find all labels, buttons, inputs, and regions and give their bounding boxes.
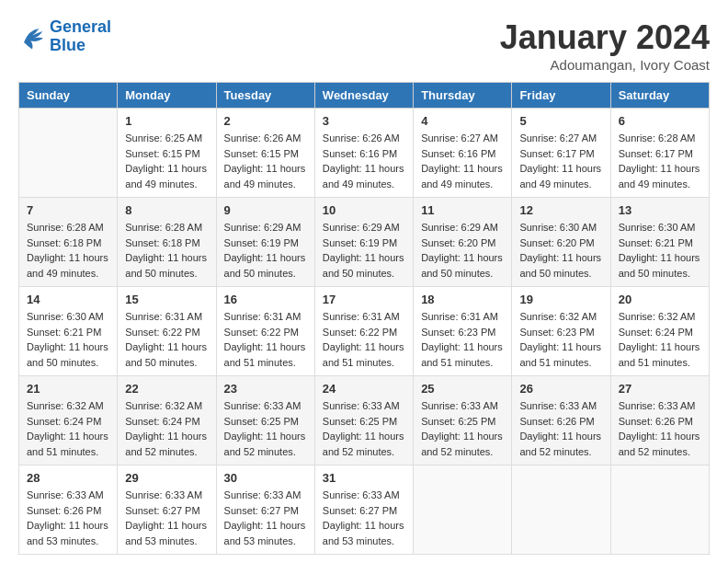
day-info: Sunrise: 6:33 AM Sunset: 6:27 PM Dayligh… xyxy=(224,488,307,548)
calendar-cell xyxy=(610,465,709,555)
day-number: 7 xyxy=(27,203,109,217)
day-info: Sunrise: 6:30 AM Sunset: 6:21 PM Dayligh… xyxy=(619,220,701,281)
calendar-cell: 7Sunrise: 6:28 AM Sunset: 6:18 PM Daylig… xyxy=(19,198,118,287)
day-number: 8 xyxy=(125,203,208,217)
calendar-cell: 2Sunrise: 6:26 AM Sunset: 6:15 PM Daylig… xyxy=(216,109,314,198)
day-of-week-header: Friday xyxy=(512,83,610,109)
day-number: 12 xyxy=(519,203,602,217)
logo-icon xyxy=(18,23,46,51)
day-number: 6 xyxy=(619,114,701,128)
calendar-cell: 13Sunrise: 6:30 AM Sunset: 6:21 PM Dayli… xyxy=(610,198,709,287)
calendar-cell: 8Sunrise: 6:28 AM Sunset: 6:18 PM Daylig… xyxy=(118,198,216,287)
day-info: Sunrise: 6:28 AM Sunset: 6:17 PM Dayligh… xyxy=(619,131,701,191)
calendar-cell: 18Sunrise: 6:31 AM Sunset: 6:23 PM Dayli… xyxy=(414,287,512,376)
calendar-cell: 27Sunrise: 6:33 AM Sunset: 6:26 PM Dayli… xyxy=(610,376,709,465)
day-info: Sunrise: 6:28 AM Sunset: 6:18 PM Dayligh… xyxy=(125,220,208,281)
calendar-cell: 5Sunrise: 6:27 AM Sunset: 6:17 PM Daylig… xyxy=(512,109,610,198)
day-info: Sunrise: 6:31 AM Sunset: 6:22 PM Dayligh… xyxy=(125,309,208,370)
day-number: 27 xyxy=(619,382,701,396)
calendar-cell: 24Sunrise: 6:33 AM Sunset: 6:25 PM Dayli… xyxy=(314,376,413,465)
day-number: 20 xyxy=(619,293,701,306)
day-info: Sunrise: 6:32 AM Sunset: 6:24 PM Dayligh… xyxy=(125,398,208,459)
calendar-table: SundayMondayTuesdayWednesdayThursdayFrid… xyxy=(18,82,710,555)
calendar-week-row: 1Sunrise: 6:25 AM Sunset: 6:15 PM Daylig… xyxy=(19,109,710,198)
logo-text: General Blue xyxy=(50,18,111,55)
day-info: Sunrise: 6:27 AM Sunset: 6:17 PM Dayligh… xyxy=(519,131,602,191)
day-number: 29 xyxy=(125,471,208,485)
day-info: Sunrise: 6:33 AM Sunset: 6:26 PM Dayligh… xyxy=(27,488,109,548)
calendar-header-row: SundayMondayTuesdayWednesdayThursdayFrid… xyxy=(19,83,710,109)
calendar-week-row: 21Sunrise: 6:32 AM Sunset: 6:24 PM Dayli… xyxy=(19,376,710,465)
day-number: 28 xyxy=(27,471,109,485)
calendar-cell: 25Sunrise: 6:33 AM Sunset: 6:25 PM Dayli… xyxy=(414,376,512,465)
day-number: 3 xyxy=(323,114,405,128)
day-of-week-header: Wednesday xyxy=(314,83,413,109)
day-of-week-header: Tuesday xyxy=(216,83,314,109)
calendar-cell: 4Sunrise: 6:27 AM Sunset: 6:16 PM Daylig… xyxy=(414,109,512,198)
calendar-cell: 3Sunrise: 6:26 AM Sunset: 6:16 PM Daylig… xyxy=(314,109,413,198)
day-number: 18 xyxy=(421,293,504,306)
day-info: Sunrise: 6:29 AM Sunset: 6:20 PM Dayligh… xyxy=(421,220,504,281)
calendar-cell: 6Sunrise: 6:28 AM Sunset: 6:17 PM Daylig… xyxy=(610,109,709,198)
day-info: Sunrise: 6:33 AM Sunset: 6:27 PM Dayligh… xyxy=(323,488,405,548)
calendar-cell: 31Sunrise: 6:33 AM Sunset: 6:27 PM Dayli… xyxy=(314,465,413,555)
calendar-cell: 9Sunrise: 6:29 AM Sunset: 6:19 PM Daylig… xyxy=(216,198,314,287)
day-number: 11 xyxy=(421,203,504,217)
day-info: Sunrise: 6:25 AM Sunset: 6:15 PM Dayligh… xyxy=(125,131,208,191)
day-info: Sunrise: 6:33 AM Sunset: 6:25 PM Dayligh… xyxy=(224,398,307,459)
calendar-cell: 26Sunrise: 6:33 AM Sunset: 6:26 PM Dayli… xyxy=(512,376,610,465)
calendar-cell: 28Sunrise: 6:33 AM Sunset: 6:26 PM Dayli… xyxy=(19,465,118,555)
calendar-cell: 15Sunrise: 6:31 AM Sunset: 6:22 PM Dayli… xyxy=(118,287,216,376)
calendar-cell: 30Sunrise: 6:33 AM Sunset: 6:27 PM Dayli… xyxy=(216,465,314,555)
calendar-cell: 1Sunrise: 6:25 AM Sunset: 6:15 PM Daylig… xyxy=(118,109,216,198)
day-info: Sunrise: 6:29 AM Sunset: 6:19 PM Dayligh… xyxy=(224,220,307,281)
day-number: 30 xyxy=(224,471,307,485)
month-title: January 2024 xyxy=(500,18,710,57)
calendar-cell: 23Sunrise: 6:33 AM Sunset: 6:25 PM Dayli… xyxy=(216,376,314,465)
day-number: 26 xyxy=(519,382,602,396)
day-number: 14 xyxy=(27,293,109,306)
calendar-cell: 11Sunrise: 6:29 AM Sunset: 6:20 PM Dayli… xyxy=(414,198,512,287)
day-of-week-header: Saturday xyxy=(610,83,709,109)
day-of-week-header: Monday xyxy=(118,83,216,109)
day-number: 1 xyxy=(125,114,208,128)
day-info: Sunrise: 6:32 AM Sunset: 6:24 PM Dayligh… xyxy=(619,309,701,370)
day-info: Sunrise: 6:30 AM Sunset: 6:21 PM Dayligh… xyxy=(27,309,109,370)
day-info: Sunrise: 6:33 AM Sunset: 6:26 PM Dayligh… xyxy=(619,398,701,459)
day-number: 16 xyxy=(224,293,307,306)
day-info: Sunrise: 6:26 AM Sunset: 6:16 PM Dayligh… xyxy=(323,131,405,191)
day-number: 4 xyxy=(421,114,504,128)
day-info: Sunrise: 6:29 AM Sunset: 6:19 PM Dayligh… xyxy=(323,220,405,281)
day-number: 22 xyxy=(125,382,208,396)
calendar-cell: 29Sunrise: 6:33 AM Sunset: 6:27 PM Dayli… xyxy=(118,465,216,555)
day-number: 5 xyxy=(519,114,602,128)
calendar-cell xyxy=(414,465,512,555)
calendar-cell: 17Sunrise: 6:31 AM Sunset: 6:22 PM Dayli… xyxy=(314,287,413,376)
calendar-cell: 20Sunrise: 6:32 AM Sunset: 6:24 PM Dayli… xyxy=(610,287,709,376)
day-info: Sunrise: 6:28 AM Sunset: 6:18 PM Dayligh… xyxy=(27,220,109,281)
calendar-week-row: 7Sunrise: 6:28 AM Sunset: 6:18 PM Daylig… xyxy=(19,198,710,287)
day-number: 2 xyxy=(224,114,307,128)
day-info: Sunrise: 6:31 AM Sunset: 6:23 PM Dayligh… xyxy=(421,309,504,370)
location-subtitle: Adoumangan, Ivory Coast xyxy=(500,57,710,73)
calendar-cell: 10Sunrise: 6:29 AM Sunset: 6:19 PM Dayli… xyxy=(314,198,413,287)
day-number: 31 xyxy=(323,471,405,485)
title-block: January 2024 Adoumangan, Ivory Coast xyxy=(500,18,710,73)
day-number: 10 xyxy=(323,203,405,217)
day-number: 19 xyxy=(519,293,602,306)
day-number: 15 xyxy=(125,293,208,306)
day-info: Sunrise: 6:33 AM Sunset: 6:27 PM Dayligh… xyxy=(125,488,208,548)
day-info: Sunrise: 6:27 AM Sunset: 6:16 PM Dayligh… xyxy=(421,131,504,191)
day-number: 9 xyxy=(224,203,307,217)
day-number: 23 xyxy=(224,382,307,396)
calendar-cell xyxy=(512,465,610,555)
day-info: Sunrise: 6:30 AM Sunset: 6:20 PM Dayligh… xyxy=(519,220,602,281)
day-number: 24 xyxy=(323,382,405,396)
calendar-week-row: 28Sunrise: 6:33 AM Sunset: 6:26 PM Dayli… xyxy=(19,465,710,555)
day-number: 25 xyxy=(421,382,504,396)
calendar-week-row: 14Sunrise: 6:30 AM Sunset: 6:21 PM Dayli… xyxy=(19,287,710,376)
day-info: Sunrise: 6:26 AM Sunset: 6:15 PM Dayligh… xyxy=(224,131,307,191)
calendar-cell: 21Sunrise: 6:32 AM Sunset: 6:24 PM Dayli… xyxy=(19,376,118,465)
logo: General Blue xyxy=(18,18,111,55)
day-of-week-header: Thursday xyxy=(414,83,512,109)
